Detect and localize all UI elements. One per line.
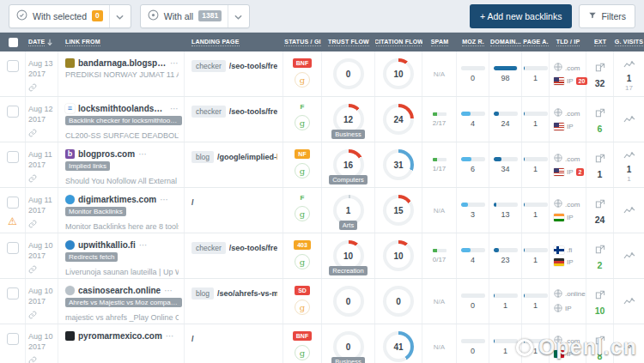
external-links-icon (595, 60, 605, 76)
google-index-indicator[interactable]: g (295, 115, 310, 130)
toolbar-right: + Add new backlinks Filters (470, 4, 635, 28)
domain-link[interactable]: pyromarmexico.com (78, 331, 162, 341)
date-text: Aug 10 (28, 332, 58, 342)
more-icon[interactable]: ⋯ (170, 58, 179, 68)
page-title: Monitor Backlinks here are 8 tools... (65, 222, 179, 231)
google-index-indicator[interactable]: g (295, 345, 310, 360)
more-icon[interactable]: ⋯ (164, 286, 173, 295)
table-body: Aug 13 2017 bandarnaga.blogspot.com ⋯ PR… (0, 51, 644, 363)
row-checkbox[interactable] (7, 242, 19, 254)
spam-value: N/A (434, 298, 445, 306)
column-header-label[interactable]: TLD / IP (556, 39, 580, 46)
row-checkbox[interactable] (7, 106, 19, 118)
domain-link[interactable]: locksmithtoolandsupply.com (78, 104, 167, 113)
visits-sparkline-icon[interactable] (623, 293, 635, 309)
link-chain-icon[interactable] (28, 83, 58, 95)
visits-sparkline-icon[interactable] (623, 203, 635, 218)
column-header-label[interactable]: CITATION FLOW (375, 39, 422, 46)
landing-path-link[interactable]: /google/implied-links/ (217, 153, 277, 161)
column-header-label[interactable]: DATE (28, 39, 45, 46)
citation-flow-gauge: 10 (383, 240, 414, 271)
landing-path-link[interactable]: /seo-tools/free-bac... (229, 62, 277, 70)
more-icon[interactable]: ⋯ (160, 195, 168, 204)
row-checkbox[interactable] (7, 287, 19, 299)
google-index-indicator[interactable]: g (295, 299, 310, 315)
spam-bar (433, 249, 447, 252)
select-all-checkbox[interactable] (9, 38, 18, 47)
column-header: LANDING PAGE (185, 39, 283, 46)
landing-path-link[interactable]: / (191, 198, 194, 207)
more-icon[interactable]: ⋯ (138, 149, 147, 159)
visits-sparkline-icon[interactable] (623, 248, 635, 263)
globe-icon (554, 289, 562, 299)
moz-rank-value: 0 (471, 74, 475, 82)
domain-link[interactable]: bandarnaga.blogspot.com (78, 58, 167, 68)
row-checkbox[interactable] (7, 197, 19, 209)
column-header-label[interactable]: PAGE A. (523, 39, 548, 46)
more-icon[interactable]: ⋯ (166, 331, 174, 341)
row-checkbox[interactable] (7, 151, 19, 163)
visits-sparkline-icon[interactable] (623, 148, 635, 163)
date-text: Aug 10 (28, 287, 58, 297)
table-row: Aug 11 2017 b blogpros.com ⋯ Implied lin… (0, 142, 644, 188)
moz-rank-bar (461, 203, 485, 207)
domain-link[interactable]: upwithkallio.fi (78, 240, 136, 250)
column-header-label[interactable]: MOZ R. (462, 39, 484, 46)
trust-flow-topic-tag: Business (331, 357, 364, 363)
with-all-dropdown[interactable]: With all 1381 (140, 4, 250, 28)
landing-path-link[interactable]: /seo/ahrefs-vs-majesti... (217, 289, 277, 298)
link-chain-icon[interactable] (28, 356, 58, 363)
visits-sparkline-icon[interactable] (623, 57, 635, 72)
trust-flow-value: 10 (337, 244, 361, 268)
column-header-label[interactable]: LINK FROM (65, 39, 100, 46)
column-header-label[interactable]: G. VISITS (615, 39, 643, 46)
domain-link[interactable]: casinosearch.online (78, 286, 161, 295)
landing-path-link[interactable]: /seo-tools/free-bac... (229, 107, 277, 116)
ext-value: 1 (598, 169, 603, 179)
visits-sparkline-icon[interactable] (623, 112, 635, 127)
column-header-label[interactable]: STATUS / GI (284, 39, 320, 46)
column-header-label[interactable]: SPAM (431, 39, 449, 46)
row-checkbox[interactable] (7, 333, 19, 345)
column-header: EXT (586, 39, 614, 46)
tld-value: .com (565, 201, 580, 209)
column-header-label[interactable]: DOMAIN... (490, 39, 521, 46)
link-chain-icon[interactable] (28, 174, 58, 186)
google-index-indicator[interactable]: g (295, 163, 310, 178)
link-chain-icon[interactable] (28, 129, 58, 141)
moz-rank-value: 4 (471, 119, 475, 128)
with-selected-dropdown[interactable]: With selected 0 (9, 4, 131, 28)
google-index-indicator[interactable]: g (295, 72, 310, 88)
filters-button[interactable]: Filters (579, 4, 635, 28)
trust-flow-topic-tag: Arts (339, 221, 357, 230)
visits-sparkline-icon[interactable] (623, 339, 635, 354)
moz-rank-bar (461, 157, 485, 161)
google-index-indicator[interactable]: g (295, 206, 310, 221)
more-icon[interactable]: ⋯ (139, 240, 148, 250)
domain-link[interactable]: digimarktimes.com (78, 195, 156, 204)
ext-value: 2 (598, 260, 603, 270)
more-icon[interactable]: ⋯ (170, 104, 179, 113)
table-row: Aug 10 2017 casinosearch.online ⋯ Ahrefs… (0, 279, 644, 324)
landing-path-link[interactable]: /seo-tools/free-bac... (229, 244, 277, 252)
globe-icon (554, 304, 562, 314)
landing-path-link[interactable]: / (191, 335, 194, 343)
domain-link[interactable]: blogpros.com (78, 149, 135, 159)
link-chain-icon[interactable] (28, 220, 58, 232)
column-header-label[interactable]: LANDING PAGE (191, 39, 240, 46)
column-header: CITATION FLOW (375, 39, 422, 46)
trust-flow-value: 0 (337, 62, 361, 86)
link-chain-icon[interactable] (28, 265, 58, 277)
spam-value: N/A (434, 70, 445, 78)
moz-rank-bar (461, 293, 485, 298)
page-authority-bar (524, 66, 548, 70)
column-header-label[interactable]: TRUST FLOW (328, 39, 369, 46)
row-checkbox[interactable] (7, 60, 19, 72)
citation-flow-value: 0 (386, 289, 410, 313)
add-new-backlinks-button[interactable]: + Add new backlinks (470, 4, 572, 28)
column-header-label[interactable]: EXT (594, 39, 606, 46)
ip-label: IP (567, 214, 574, 221)
favicon (65, 286, 75, 295)
link-chain-icon[interactable] (28, 311, 58, 323)
google-index-indicator[interactable]: g (295, 254, 310, 269)
